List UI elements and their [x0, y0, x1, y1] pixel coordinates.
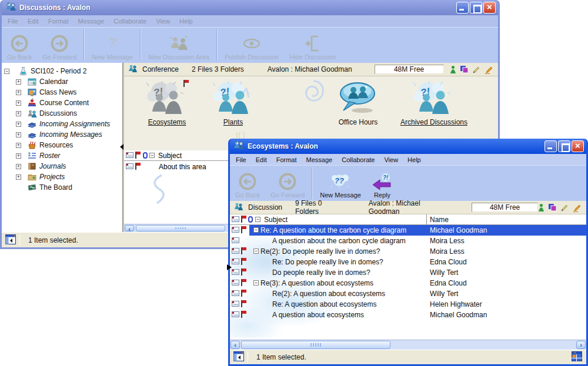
sidebar-item-roster[interactable]: + Roster: [2, 150, 122, 161]
sidebar-item-discussions[interactable]: + Discussions: [2, 108, 122, 119]
message-envelope-icon: [232, 280, 239, 286]
container-kind: Conference: [142, 65, 179, 73]
window-title: Ecosystems : Avalon: [248, 142, 544, 150]
item-icon: [26, 98, 37, 108]
pane-toggle-button[interactable]: [233, 351, 244, 363]
fw-toolbar-reply[interactable]: ?! Reply: [366, 166, 398, 201]
expand-icon[interactable]: +: [16, 90, 21, 95]
toolbar-button-label: Publish Discussion: [225, 53, 279, 61]
fw-menu-file[interactable]: File: [231, 155, 251, 164]
title-bar[interactable]: ? Ecosystems : Avalon: [230, 139, 586, 154]
sidebar-item-projects[interactable]: + Projects: [2, 172, 122, 182]
message-row[interactable]: − A question about the carbon cycle diag…: [230, 236, 586, 246]
fw-toolbar-new-message[interactable]: ?? New Message: [315, 166, 366, 201]
minimize-button[interactable]: [544, 140, 557, 152]
horizontal-scrollbar[interactable]: ‹ ›: [230, 340, 586, 350]
expand-icon[interactable]: +: [16, 79, 21, 85]
close-button[interactable]: [572, 140, 584, 152]
subject-column-header[interactable]: Subject: [158, 152, 182, 160]
expand-icon[interactable]: +: [16, 174, 21, 180]
close-button[interactable]: [483, 2, 496, 14]
collapse-all-icon[interactable]: −: [255, 217, 260, 222]
bw-toolbar-new-discussion-area[interactable]: New Discussion Area: [143, 28, 215, 63]
expand-icon[interactable]: +: [16, 153, 21, 159]
bw-menu-view[interactable]: View: [151, 16, 175, 26]
maximize-button[interactable]: [470, 2, 482, 14]
collapse-thread-icon[interactable]: −: [253, 280, 259, 286]
scroll-left-button[interactable]: ‹: [125, 225, 134, 231]
item-label: Resources: [39, 141, 73, 149]
fw-menu-help[interactable]: Help: [403, 155, 426, 164]
minimize-button[interactable]: [456, 2, 469, 14]
bw-toolbar-hide-discussion[interactable]: Hide Discussion: [284, 28, 341, 63]
bw-toolbar-go-forward[interactable]: Go Forward: [37, 28, 82, 63]
bw-toolbar-publish-discussion[interactable]: Publish Discussion: [219, 28, 284, 63]
bw-menu-help[interactable]: Help: [175, 16, 198, 26]
list-header[interactable]: − Subject Name: [230, 214, 586, 225]
fw-toolbar-go-back[interactable]: Go Back: [230, 166, 265, 201]
toolbar-button-label: Hide Discussion: [289, 53, 336, 61]
splitter-collapse-arrow[interactable]: [120, 144, 123, 150]
message-row[interactable]: − Re(2): A question about ecosystems Wil…: [230, 288, 586, 299]
sidebar-item-course-content[interactable]: + Course Content: [2, 98, 122, 108]
attachment-column-icon: [143, 152, 148, 159]
message-sender: Michael Goodman: [430, 311, 487, 319]
bw-menu-edit[interactable]: Edit: [23, 16, 44, 26]
message-row[interactable]: − Do people really live in domes? Willy …: [230, 267, 586, 278]
fw-menu-format[interactable]: Format: [272, 155, 302, 164]
message-row[interactable]: − Re: A question about the carbon cycle …: [230, 225, 586, 236]
sidebar-root-sci102[interactable]: − SCI102 - Period 2: [2, 66, 122, 76]
scrollbar-thumb[interactable]: [136, 225, 225, 231]
bw-toolbar-new-message[interactable]: New Message: [86, 28, 138, 63]
collapse-all-icon[interactable]: −: [149, 153, 155, 158]
bw-menu-collaborate[interactable]: Collaborate: [109, 16, 151, 26]
name-column-header[interactable]: Name: [430, 216, 449, 224]
expand-icon[interactable]: +: [16, 100, 21, 106]
fw-menu-edit[interactable]: Edit: [251, 155, 272, 164]
sidebar-item-incoming-assignments[interactable]: + Incoming Assignments: [2, 119, 122, 129]
message-row[interactable]: − Re(2): Do people really live in domes?…: [230, 246, 586, 257]
fw-menu-collaborate[interactable]: Collaborate: [337, 155, 379, 164]
bw-menu-file[interactable]: File: [3, 16, 23, 26]
bw-menu-format[interactable]: Format: [44, 16, 74, 26]
expand-icon[interactable]: +: [16, 111, 21, 116]
column-divider[interactable]: [426, 214, 427, 224]
scroll-right-button[interactable]: ›: [576, 341, 586, 349]
expand-icon[interactable]: +: [16, 143, 21, 148]
fw-menu-view[interactable]: View: [379, 155, 403, 164]
message-row[interactable]: − Re: Do people really live in domes? Ed…: [230, 257, 586, 267]
collapse-thread-icon[interactable]: −: [253, 227, 259, 233]
fw-menu-message[interactable]: Message: [302, 155, 338, 164]
message-row[interactable]: − Re: A question about ecosystems Helen …: [230, 299, 586, 310]
message-row[interactable]: − Re(3): A question about ecosystems Edn…: [230, 278, 586, 288]
bw-menu-message[interactable]: Message: [74, 16, 109, 26]
title-bar[interactable]: ? Discussions : Avalon: [2, 0, 498, 15]
sidebar-item-calendar[interactable]: + Calendar: [2, 76, 122, 87]
sidebar-item-class-news[interactable]: + Class News: [2, 87, 122, 98]
pane-toggle-button[interactable]: [5, 234, 16, 246]
message-subject: Re(3): A question about ecosystems: [260, 279, 373, 287]
message-row[interactable]: − A question about ecosystems Michael Go…: [230, 310, 586, 320]
fw-toolbar-go-forward[interactable]: Go Forward: [265, 166, 310, 201]
sidebar-item-journals[interactable]: + Journals: [2, 161, 122, 172]
subject-column-header[interactable]: Subject: [264, 216, 288, 224]
bw-toolbar-go-back[interactable]: Go Back: [2, 28, 37, 63]
view-toggle-button[interactable]: [572, 351, 582, 363]
info-bar-icons: [450, 65, 494, 74]
expand-icon[interactable]: +: [16, 122, 21, 127]
sidebar-item-resources[interactable]: + Resources: [2, 140, 122, 150]
conference-item-office-hours[interactable]: Office Hours: [323, 81, 393, 126]
publish-discussion-icon: [242, 37, 262, 50]
sidebar-item-the-board[interactable]: + The Board: [2, 182, 122, 193]
expand-icon[interactable]: +: [16, 132, 21, 137]
collapse-icon[interactable]: −: [4, 69, 9, 74]
conference-item-archived-discussions[interactable]: ?! Archived Discussions: [387, 81, 480, 126]
scroll-left-button[interactable]: ‹: [230, 341, 240, 349]
scrollbar-thumb[interactable]: [241, 341, 390, 349]
conference-item-plants[interactable]: ?! Plants: [205, 81, 261, 126]
maximize-button[interactable]: [558, 140, 570, 152]
sidebar-item-incoming-messages[interactable]: + Incoming Messages: [2, 129, 122, 140]
expand-icon[interactable]: +: [16, 164, 21, 169]
conference-item-ecosystems[interactable]: ?! Ecosystems: [135, 81, 199, 126]
collapse-thread-icon[interactable]: −: [253, 249, 259, 254]
